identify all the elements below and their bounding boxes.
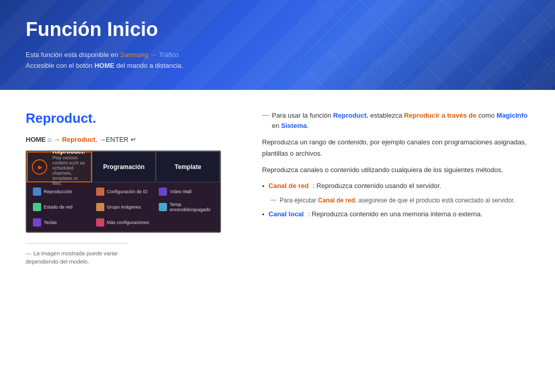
desc1: Reproduzca un rango de contenido, por ej…: [262, 137, 529, 159]
item-title-reproduct: Reproduct.: [52, 151, 87, 155]
tip-mid3: en: [272, 122, 281, 129]
bottom-icon-6: [159, 203, 167, 211]
sub-canal-red: Canal de red: [318, 197, 355, 204]
nav-enter: →ENTER ↵: [97, 136, 136, 143]
tip-reproducir: Reproducir a través de: [404, 111, 476, 119]
canal-red-label: Canal de red: [269, 181, 309, 191]
bullet-item-canal-local: Canal local: Reproduzca contenido en una…: [262, 209, 529, 220]
bottom-label-1: Reproducción: [44, 189, 72, 194]
bottom-label-6: Temp. encendido/apagado: [170, 202, 214, 212]
tip-mid1: establezca: [368, 111, 404, 119]
ui-mockup: Reproduct. Play various content such as …: [26, 151, 221, 233]
mockup-bottom-item-1[interactable]: Reproducción: [30, 185, 91, 198]
subtitle-tizen: Tráfico.: [159, 51, 180, 59]
subtitle-line2-prefix: Accesible con el botón: [26, 62, 95, 69]
sub-dash: —: [270, 196, 276, 203]
left-column: Reproduct. HOME ⌂ → Reproduct. →ENTER ↵ …: [26, 110, 242, 265]
mockup-bottom-item-7[interactable]: Teclas: [30, 216, 91, 229]
desc2: Reproduzca canales o contenido utilizand…: [262, 164, 529, 176]
tip-sistema: Sistema: [281, 122, 307, 129]
header-banner: Función Inicio Esta función está disponi…: [0, 0, 555, 90]
play-icon: [32, 159, 47, 175]
bottom-label-8: Más configuraciones: [107, 220, 150, 225]
footer-text: La imagen mostrada puede variar dependie…: [26, 250, 118, 265]
mockup-item-reproduct[interactable]: Reproduct. Play various content such as …: [27, 152, 92, 182]
subtitle-line2-suffix: del mando a distancia.: [115, 62, 183, 69]
bottom-icon-2: [96, 188, 104, 196]
subtitle-samsung: Samsung: [120, 51, 149, 59]
right-column: — Para usar la función Reproduct. establ…: [262, 110, 529, 265]
item-desc-reproduct: Play various content such as scheduled c…: [52, 155, 87, 186]
canal-local-text: : Reproduzca contenido en una memoria in…: [308, 209, 483, 219]
tip-text: Para usar la función Reproduct. establez…: [272, 110, 529, 130]
subtitle-home: HOME: [95, 62, 115, 69]
bottom-icon-8: [96, 218, 104, 227]
bottom-icon-5: [96, 203, 104, 211]
mockup-bottom-item-4[interactable]: Estado de red: [30, 200, 91, 214]
item-title-programacion: Programación: [103, 163, 145, 171]
tip-magicinfo: MagicInfo: [496, 111, 528, 119]
mockup-item-template[interactable]: Template: [156, 152, 220, 182]
nav-home-icon: ⌂ →: [46, 136, 60, 143]
mockup-bottom-item-6[interactable]: Temp. encendido/apagado: [156, 200, 217, 214]
tip-line: — Para usar la función Reproduct. establ…: [262, 110, 529, 130]
nav-path: HOME ⌂ → Reproduct. →ENTER ↵: [26, 136, 242, 143]
bottom-label-5: Grupo imágenes: [107, 204, 141, 210]
diamond-pattern: [298, 0, 555, 90]
sub-note: — Para ejecutar Canal de red, asegúrese …: [270, 196, 529, 205]
tip-prefix: Para usar la función: [272, 111, 333, 119]
canal-local-label: Canal local: [269, 209, 304, 219]
canal-red-text: : Reproduzca contenido usando el servido…: [313, 181, 441, 191]
bottom-icon-4: [33, 203, 41, 211]
sub-prefix: Para ejecutar: [280, 197, 318, 204]
sub-note-text: Para ejecutar Canal de red, asegúrese de…: [280, 196, 515, 205]
mockup-bottom-item-5[interactable]: Grupo imágenes: [93, 200, 154, 214]
tip-reproduct: Reproduct.: [333, 111, 368, 119]
mockup-item-programacion[interactable]: Programación: [92, 152, 156, 182]
tip-mid2: como: [476, 111, 496, 119]
item-title-template: Template: [175, 163, 201, 171]
nav-home-label: HOME: [26, 136, 46, 143]
bottom-label-3: Video Wall: [170, 189, 192, 194]
mockup-top-bar: Reproduct. Play various content such as …: [27, 152, 220, 182]
bullet-list: Canal de red: Reproduzca contenido usand…: [262, 181, 529, 192]
tip-dash: —: [262, 111, 269, 119]
mockup-bottom-item-3[interactable]: Video Wall: [156, 185, 217, 198]
sub-suffix: , asegúrese de que el producto está cone…: [355, 197, 515, 204]
footer-dash: —: [26, 250, 31, 256]
item-text-reproduct: Reproduct. Play various content such as …: [52, 151, 87, 186]
subtitle-arrow: →: [149, 51, 159, 59]
bottom-label-4: Estado de red: [44, 204, 72, 210]
bottom-icon-1: [33, 188, 41, 196]
bottom-icon-7: [33, 218, 41, 227]
mockup-bottom-item-2[interactable]: Configuración de ID: [93, 185, 154, 198]
subtitle-prefix: Esta función está disponible en: [26, 51, 120, 59]
mockup-bottom-item-8[interactable]: Más configuraciones: [93, 216, 154, 229]
tip-suffix: .: [307, 122, 309, 129]
mockup-bottom-bar: Reproducción Configuración de ID Video W…: [27, 182, 220, 232]
nav-reproduct-link: Reproduct.: [60, 136, 97, 143]
main-content: Reproduct. HOME ⌂ → Reproduct. →ENTER ↵ …: [0, 90, 555, 286]
header-subtitle: Esta función está disponible en Samsung …: [26, 50, 529, 71]
bullet-item-canal-red: Canal de red: Reproduzca contenido usand…: [262, 181, 529, 192]
footer-note: — La imagen mostrada puede variar depend…: [26, 243, 128, 265]
page-title: Función Inicio: [26, 18, 529, 41]
bottom-label-2: Configuración de ID: [107, 189, 148, 194]
bottom-label-7: Teclas: [44, 220, 57, 225]
svg-rect-2: [298, 0, 555, 90]
bullet-list-2: Canal local: Reproduzca contenido en una…: [262, 209, 529, 220]
bottom-icon-3: [159, 188, 167, 196]
section-title: Reproduct.: [26, 110, 242, 126]
